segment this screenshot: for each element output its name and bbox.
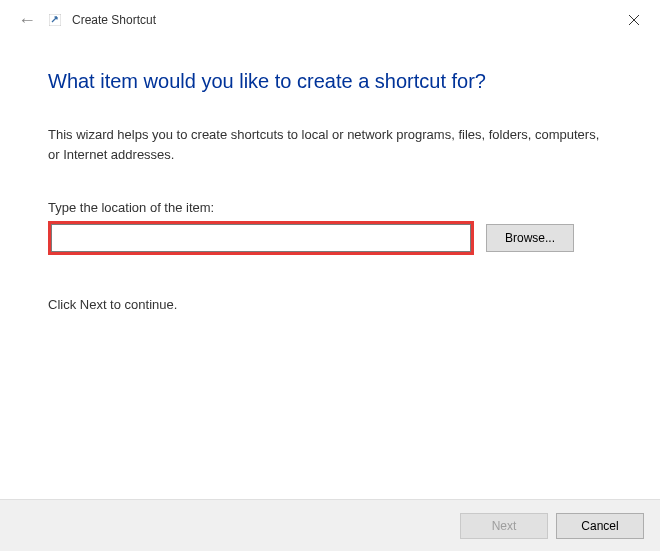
- wizard-content: What item would you like to create a sho…: [0, 40, 660, 312]
- cancel-button[interactable]: Cancel: [556, 513, 644, 539]
- shortcut-icon: [48, 13, 62, 27]
- title-bar: ← Create Shortcut: [0, 0, 660, 40]
- next-button[interactable]: Next: [460, 513, 548, 539]
- location-label: Type the location of the item:: [48, 200, 612, 215]
- wizard-footer: Next Cancel: [0, 499, 660, 551]
- back-arrow-icon: ←: [18, 10, 36, 31]
- continue-hint: Click Next to continue.: [48, 297, 612, 312]
- close-button[interactable]: [614, 6, 654, 34]
- window-title: Create Shortcut: [72, 13, 156, 27]
- svg-rect-0: [49, 14, 61, 26]
- input-row: Browse...: [48, 221, 612, 255]
- browse-button[interactable]: Browse...: [486, 224, 574, 252]
- wizard-heading: What item would you like to create a sho…: [48, 70, 612, 93]
- input-highlight: [48, 221, 474, 255]
- location-input[interactable]: [51, 224, 471, 252]
- wizard-description: This wizard helps you to create shortcut…: [48, 125, 612, 164]
